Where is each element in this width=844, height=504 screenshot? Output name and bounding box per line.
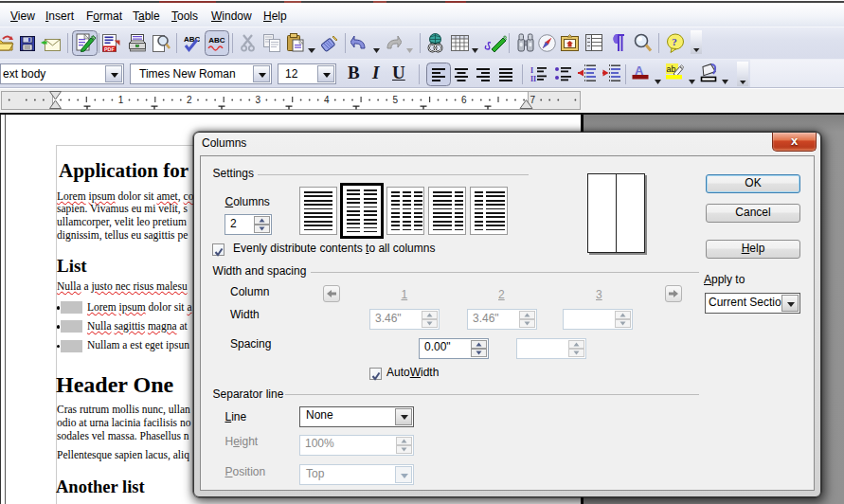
svg-text:3: 3 (256, 95, 261, 105)
svg-text:II: II (530, 75, 536, 82)
svg-text:2: 2 (187, 95, 192, 105)
svg-text:6: 6 (461, 95, 467, 105)
svg-text:?: ? (672, 36, 677, 47)
svg-text:ABC: ABC (184, 35, 200, 44)
svg-text:4: 4 (324, 95, 330, 105)
svg-text:7: 7 (530, 95, 535, 105)
svg-text:I: I (530, 66, 533, 75)
svg-text:ABC: ABC (208, 36, 225, 45)
svg-text:5: 5 (392, 95, 398, 105)
svg-text:PDF: PDF (104, 46, 115, 52)
svg-text:1: 1 (118, 95, 124, 105)
